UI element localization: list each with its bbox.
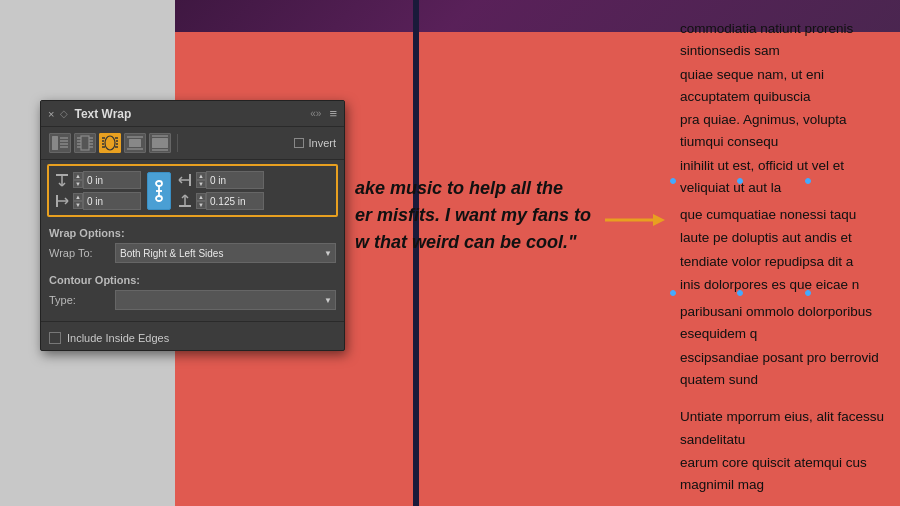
wrap-object-shape-button[interactable] (99, 133, 121, 153)
panel-titlebar-left: × ◇ Text Wrap (48, 107, 131, 121)
contour-type-row: Type: ▼ (49, 290, 336, 310)
left-offset-spinner: ▲ ▼ (73, 193, 83, 209)
text-line-6: laute pe doluptis aut andis et (680, 227, 890, 249)
svg-point-16 (105, 136, 115, 150)
left-offset-row: ▲ ▼ (54, 192, 141, 210)
quote-line-1: ake music to help all the (355, 175, 665, 202)
text-line-11: Untiate mporrum eius, alit facessu sande… (680, 406, 890, 451)
wrap-bounding-box-button[interactable] (74, 133, 96, 153)
text-wrap-panel: × ◇ Text Wrap «» ≡ (40, 100, 345, 351)
right-offset-input[interactable] (206, 171, 264, 189)
left-offset-down[interactable]: ▼ (73, 201, 83, 209)
svg-rect-28 (152, 138, 168, 148)
left-offset-icon (54, 193, 70, 209)
right-offset-row: ▲ ▼ (177, 171, 264, 189)
include-edges-label: Include Inside Edges (67, 332, 169, 344)
selection-handle-br (805, 290, 811, 296)
jump-object-button[interactable] (124, 133, 146, 153)
contour-options-label: Contour Options: (49, 274, 336, 286)
selection-handle-bm (737, 290, 743, 296)
wrap-to-dropdown[interactable]: Both Right & Left Sides Right Side Left … (115, 243, 336, 263)
svg-rect-2 (52, 136, 58, 150)
bottom-offset-down[interactable]: ▼ (196, 201, 206, 209)
text-line-9: paribusani ommolo dolorporibus esequidem… (680, 301, 890, 346)
icon-separator (177, 134, 178, 152)
right-offset-input-group: ▲ ▼ (195, 171, 264, 189)
left-offset-input[interactable] (83, 192, 141, 210)
wrap-options-label: Wrap Options: (49, 227, 336, 239)
text-line-2: quiae seque nam, ut eni accuptatem quibu… (680, 64, 890, 109)
offset-area: ▲ ▼ (47, 164, 338, 217)
svg-rect-47 (179, 205, 191, 207)
selection-handle-bl (670, 290, 676, 296)
panel-close-button[interactable]: × (48, 108, 54, 120)
panel-title: Text Wrap (74, 107, 131, 121)
right-offset-spinner: ▲ ▼ (196, 172, 206, 188)
jump-column-button[interactable] (149, 133, 171, 153)
contour-options-section: Contour Options: Type: ▼ (41, 274, 344, 321)
left-offset-up[interactable]: ▲ (73, 193, 83, 201)
panel-menu-button[interactable]: ≡ (329, 106, 337, 121)
svg-rect-8 (81, 136, 89, 150)
svg-rect-25 (129, 139, 141, 147)
text-line-7: tendiate volor repudipsa dit a (680, 251, 890, 273)
selection-handle-tm (737, 178, 743, 184)
svg-rect-43 (189, 174, 191, 186)
svg-rect-35 (56, 195, 58, 207)
top-offset-up[interactable]: ▲ (73, 172, 83, 180)
bottom-offset-row: ▲ ▼ (177, 192, 264, 210)
text-line-1: commodiatia natiunt prorenis sintionsedi… (680, 18, 890, 63)
panel-titlebar: × ◇ Text Wrap «» ≡ (41, 101, 344, 127)
no-wrap-button[interactable] (49, 133, 71, 153)
left-offset-group: ▲ ▼ (54, 171, 141, 210)
include-edges-row: Include Inside Edges (41, 326, 344, 350)
top-offset-input-group: ▲ ▼ (72, 171, 141, 189)
invert-checkbox[interactable] (294, 138, 304, 148)
top-offset-row: ▲ ▼ (54, 171, 141, 189)
panel-divider (41, 321, 344, 322)
include-edges-checkbox[interactable] (49, 332, 61, 344)
right-text-content: commodiatia natiunt prorenis sintionsedi… (675, 0, 900, 497)
panel-collapse-button[interactable]: «» (310, 108, 321, 119)
svg-rect-40 (156, 196, 162, 201)
quote-line-3: w that weird can be cool." (355, 229, 665, 256)
bottom-offset-input-group: ▲ ▼ (195, 192, 264, 210)
wrap-to-label: Wrap To: (49, 247, 109, 259)
right-offset-down[interactable]: ▼ (196, 180, 206, 188)
chain-link-button[interactable] (147, 172, 171, 210)
svg-rect-39 (156, 181, 162, 186)
left-offset-input-group: ▲ ▼ (72, 192, 141, 210)
invert-label: Invert (308, 137, 336, 149)
bottom-offset-input[interactable] (206, 192, 264, 210)
panel-diamond-icon: ◇ (60, 108, 68, 119)
wrap-options-section: Wrap Options: Wrap To: Both Right & Left… (41, 221, 344, 274)
wrap-type-icon-row: Invert (41, 127, 344, 160)
bottom-offset-spinner: ▲ ▼ (196, 193, 206, 209)
svg-marker-1 (653, 214, 665, 226)
top-offset-input[interactable] (83, 171, 141, 189)
text-line-12: earum core quiscit atemqui cus magnimil … (680, 452, 890, 497)
panel-titlebar-right: «» ≡ (310, 106, 337, 121)
text-line-3: pra quiae. Agnimus, volupta tiumqui cons… (680, 109, 890, 154)
top-offset-down[interactable]: ▼ (73, 180, 83, 188)
bottom-offset-up[interactable]: ▲ (196, 193, 206, 201)
right-offset-up[interactable]: ▲ (196, 172, 206, 180)
arrow-indicator (605, 210, 665, 230)
contour-type-label: Type: (49, 294, 109, 306)
text-line-4: inihilit ut est, officid ut vel et veliq… (680, 155, 890, 200)
text-line-8: inis dolorpores es que eicae n (680, 274, 890, 296)
text-line-10: escipsandiae posant pro berrovid quatem … (680, 347, 890, 392)
invert-row: Invert (294, 137, 336, 149)
selection-handle-tr (805, 178, 811, 184)
selection-handle-tl (670, 178, 676, 184)
svg-rect-31 (56, 174, 68, 176)
right-offset-group: ▲ ▼ (177, 171, 264, 210)
right-offset-icon (177, 172, 193, 188)
wrap-to-row: Wrap To: Both Right & Left Sides Right S… (49, 243, 336, 263)
offset-fields-container: ▲ ▼ (54, 171, 331, 210)
bottom-offset-icon (177, 193, 193, 209)
wrap-to-dropdown-wrapper: Both Right & Left Sides Right Side Left … (115, 243, 336, 263)
top-offset-spinner: ▲ ▼ (73, 172, 83, 188)
top-offset-icon (54, 172, 70, 188)
contour-type-dropdown[interactable] (115, 290, 336, 310)
